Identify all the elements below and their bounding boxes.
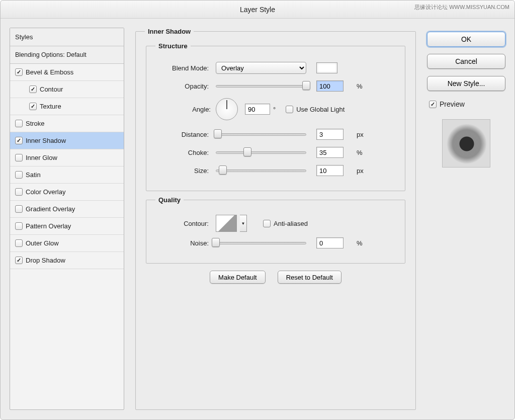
size-row: Size: px	[155, 163, 396, 178]
choke-label: Choke:	[155, 149, 211, 156]
size-input[interactable]	[316, 165, 344, 176]
sidebar-item-texture[interactable]: Texture	[10, 98, 124, 115]
contour-row: Contour: ▼ Anti-aliased	[155, 215, 396, 232]
style-checkbox[interactable]	[29, 86, 37, 93]
noise-input[interactable]	[316, 237, 344, 248]
sidebar-item-satin[interactable]: Satin	[10, 166, 124, 184]
noise-label: Noise:	[155, 239, 211, 247]
preview-toggle[interactable]: Preview	[427, 100, 505, 108]
noise-slider[interactable]	[216, 238, 306, 247]
opacity-label: Opacity:	[155, 82, 211, 90]
distance-unit: px	[357, 131, 372, 138]
size-label: Size:	[155, 167, 211, 175]
opacity-row: Opacity: %	[155, 79, 396, 93]
style-item-label: Satin	[26, 171, 41, 179]
angle-label: Angle:	[155, 106, 211, 113]
preview-label: Preview	[440, 100, 465, 108]
inner-shadow-group: Inner Shadow Structure Blend Mode: Overl…	[135, 28, 416, 410]
structure-legend: Structure	[155, 42, 191, 50]
right-buttons-panel: OK Cancel New Style... Preview	[427, 28, 505, 410]
sidebar-item-contour[interactable]: Contour	[10, 81, 124, 98]
style-checkbox[interactable]	[15, 205, 23, 213]
angle-row: Angle: ° Use Global Light	[155, 98, 396, 120]
choke-input[interactable]	[316, 147, 344, 158]
reset-default-button[interactable]: Reset to Default	[278, 271, 341, 284]
chevron-down-icon[interactable]: ▼	[240, 215, 247, 232]
style-item-label: Inner Shadow	[26, 137, 66, 144]
noise-unit: %	[357, 239, 372, 247]
style-checkbox[interactable]	[15, 239, 23, 247]
choke-unit: %	[357, 149, 372, 156]
preview-thumbnail	[442, 119, 490, 167]
angle-unit: °	[273, 106, 276, 113]
sidebar-item-gradient-overlay[interactable]: Gradient Overlay	[10, 201, 124, 218]
style-item-label: Outer Glow	[26, 239, 59, 247]
style-list: Bevel & EmbossContourTextureStrokeInner …	[10, 64, 124, 269]
style-checkbox[interactable]	[15, 171, 23, 179]
sidebar-item-inner-shadow[interactable]: Inner Shadow	[10, 132, 124, 149]
blend-mode-row: Blend Mode: Overlay	[155, 61, 396, 75]
size-slider[interactable]	[216, 166, 306, 175]
settings-panel: Inner Shadow Structure Blend Mode: Overl…	[134, 28, 417, 410]
blend-mode-select[interactable]: Overlay	[216, 62, 306, 74]
distance-input[interactable]	[316, 129, 344, 140]
sidebar-blending-options[interactable]: Blending Options: Default	[10, 46, 124, 64]
blend-mode-label: Blend Mode:	[155, 64, 211, 72]
opacity-slider[interactable]	[216, 81, 306, 91]
sidebar-item-inner-glow[interactable]: Inner Glow	[10, 149, 124, 166]
style-item-label: Drop Shadow	[26, 257, 65, 264]
size-unit: px	[357, 167, 372, 175]
style-item-label: Gradient Overlay	[26, 205, 75, 213]
structure-group: Structure Blend Mode: Overlay Opacity: %	[146, 42, 405, 191]
style-item-label: Pattern Overlay	[26, 222, 71, 230]
dialog-content: Styles Blending Options: Default Bevel &…	[1, 19, 514, 419]
antialiased-checkbox[interactable]	[263, 220, 271, 227]
sidebar-item-outer-glow[interactable]: Outer Glow	[10, 235, 124, 252]
global-light-checkbox[interactable]	[286, 106, 293, 113]
sidebar-item-pattern-overlay[interactable]: Pattern Overlay	[10, 218, 124, 235]
noise-row: Noise: %	[155, 236, 396, 250]
sidebar-item-drop-shadow[interactable]: Drop Shadow	[10, 252, 124, 269]
angle-dial[interactable]	[216, 98, 238, 120]
angle-input[interactable]	[245, 104, 270, 115]
style-checkbox[interactable]	[15, 137, 23, 144]
style-checkbox[interactable]	[15, 154, 23, 161]
choke-slider[interactable]	[216, 148, 306, 157]
new-style-button[interactable]: New Style...	[427, 76, 505, 91]
contour-label: Contour:	[155, 220, 211, 227]
global-light-label: Use Global Light	[296, 106, 345, 113]
sidebar-item-color-overlay[interactable]: Color Overlay	[10, 184, 124, 201]
style-checkbox[interactable]	[15, 68, 23, 76]
make-default-button[interactable]: Make Default	[210, 271, 266, 284]
ok-button[interactable]: OK	[427, 32, 505, 47]
style-item-label: Texture	[40, 103, 61, 110]
antialiased-label: Anti-aliased	[274, 220, 308, 227]
style-item-label: Inner Glow	[26, 154, 57, 161]
style-item-label: Contour	[40, 86, 63, 93]
sidebar-item-bevel-emboss[interactable]: Bevel & Emboss	[10, 64, 124, 81]
style-item-label: Bevel & Emboss	[26, 68, 73, 76]
style-checkbox[interactable]	[15, 120, 23, 127]
sidebar-item-stroke[interactable]: Stroke	[10, 115, 124, 132]
inner-shadow-legend: Inner Shadow	[145, 28, 194, 35]
style-checkbox[interactable]	[15, 222, 23, 230]
style-checkbox[interactable]	[15, 257, 23, 264]
choke-row: Choke: %	[155, 145, 396, 159]
quality-group: Quality Contour: ▼ Anti-aliased Noise:	[146, 196, 405, 264]
layer-style-dialog: Layer Style 思缘设计论坛 WWW.MISSYUAN.COM Styl…	[0, 0, 515, 420]
watermark-text: 思缘设计论坛 WWW.MISSYUAN.COM	[414, 4, 509, 11]
preview-checkbox[interactable]	[429, 101, 437, 108]
contour-picker[interactable]	[216, 215, 237, 232]
distance-slider[interactable]	[216, 130, 306, 139]
cancel-button[interactable]: Cancel	[427, 54, 505, 69]
quality-legend: Quality	[155, 196, 184, 204]
style-checkbox[interactable]	[15, 188, 23, 196]
color-swatch[interactable]	[316, 62, 337, 73]
styles-sidebar: Styles Blending Options: Default Bevel &…	[10, 28, 124, 410]
distance-row: Distance: px	[155, 127, 396, 141]
style-item-label: Color Overlay	[26, 188, 65, 196]
style-checkbox[interactable]	[29, 103, 37, 110]
opacity-input[interactable]	[316, 80, 344, 92]
distance-label: Distance:	[155, 131, 211, 138]
sidebar-header[interactable]: Styles	[10, 28, 124, 46]
